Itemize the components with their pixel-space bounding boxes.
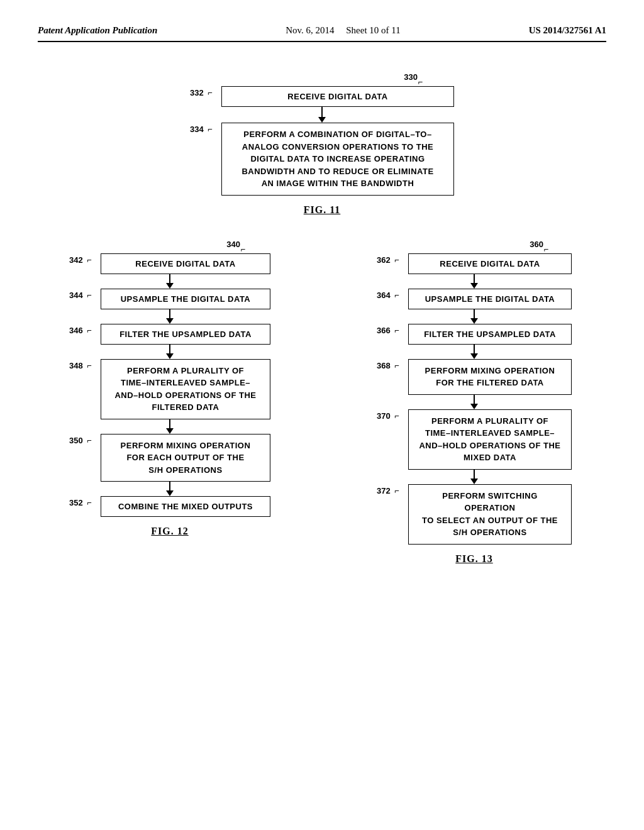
figs-12-13-row: 340 ⌐ 342 ⌐ RECEIVE DIGITAL DATA 344 ⌐ U…: [38, 253, 606, 565]
fig11-ref330: 330: [404, 72, 418, 82]
fig12-node350-wrapper: 350 ⌐ PERFORM MIXING OPERATION FOR EACH …: [69, 434, 270, 482]
fig13-node370-wrapper: 370 ⌐ PERFORM A PLURALITY OF TIME–INTERL…: [377, 409, 572, 470]
sheet-label: Sheet 10 of 11: [346, 25, 401, 35]
fig13-ref364: 364: [377, 290, 391, 300]
fig12-box344: UPSAMPLE THE DIGITAL DATA: [101, 289, 270, 309]
fig12-node352-wrapper: 352 ⌐ COMBINE THE MIXED OUTPUTS: [69, 496, 270, 517]
fig11-ref334: 334: [190, 124, 204, 134]
fig12-ref350: 350: [69, 436, 83, 445]
fig12-node348-wrapper: 348 ⌐ PERFORM A PLURALITY OF TIME–INTERL…: [69, 359, 270, 419]
fig11-bracket330: ⌐: [418, 77, 423, 87]
fig12-ref344: 344: [69, 290, 83, 300]
fig13-ref372: 372: [377, 486, 391, 495]
fig12-box348: PERFORM A PLURALITY OF TIME–INTERLEAVED …: [101, 359, 270, 419]
fig11-box334: PERFORM A COMBINATION OF DIGITAL–TO– ANA…: [221, 123, 454, 196]
fig11-ref334-mark: ⌐: [208, 124, 213, 134]
fig13-ref368: 368: [377, 361, 391, 370]
fig13-box372: PERFORM SWITCHING OPERATION TO SELECT AN…: [408, 484, 572, 545]
fig13-node364-wrapper: 364 ⌐ UPSAMPLE THE DIGITAL DATA: [377, 289, 572, 309]
fig13-node368-wrapper: 368 ⌐ PERFORM MIXING OPERATION FOR THE F…: [377, 359, 572, 395]
fig13-box364: UPSAMPLE THE DIGITAL DATA: [408, 289, 572, 309]
fig12-node346-wrapper: 346 ⌐ FILTER THE UPSAMPLED DATA: [69, 324, 270, 345]
fig13-box370: PERFORM A PLURALITY OF TIME–INTERLEAVED …: [408, 409, 572, 470]
fig13-title: FIG. 13: [455, 553, 492, 565]
fig12-box350: PERFORM MIXING OPERATION FOR EACH OUTPUT…: [101, 434, 270, 482]
fig12-ref342-mark: ⌐: [87, 255, 92, 265]
fig12-ref346: 346: [69, 326, 83, 335]
fig11-node332-wrapper: 332 ⌐ RECEIVE DIGITAL DATA: [190, 86, 454, 107]
fig13-section: 360 ⌐ 362 ⌐ RECEIVE DIGITAL DATA 364 ⌐ U…: [342, 253, 606, 565]
page: Patent Application Publication Nov. 6, 2…: [0, 0, 644, 830]
fig11-box332: RECEIVE DIGITAL DATA: [221, 86, 454, 107]
fig11-title: FIG. 11: [304, 204, 341, 216]
fig12-ref348: 348: [69, 361, 83, 370]
publication-label: Patent Application Publication: [38, 25, 157, 36]
main-content: 330 ⌐ 332 ⌐ RECEIVE DIGITAL DATA 334 ⌐: [38, 67, 606, 565]
fig13-bracket360: ⌐: [543, 245, 548, 254]
header-center: Nov. 6, 2014 Sheet 10 of 11: [286, 25, 401, 36]
fig12-bracket340: ⌐: [240, 245, 245, 254]
fig12-ref340: 340: [226, 240, 240, 249]
fig13-node362-wrapper: 362 ⌐ RECEIVE DIGITAL DATA: [377, 253, 572, 274]
patent-number: US 2014/327561 A1: [529, 25, 606, 36]
fig12-ref352: 352: [69, 498, 83, 507]
fig13-ref366: 366: [377, 326, 391, 335]
fig12-box346: FILTER THE UPSAMPLED DATA: [101, 324, 270, 345]
fig12-ref342: 342: [69, 255, 83, 265]
fig13-ref362: 362: [377, 255, 391, 265]
fig12-node344-wrapper: 344 ⌐ UPSAMPLE THE DIGITAL DATA: [69, 289, 270, 309]
fig11-ref332: 332: [190, 88, 204, 97]
fig13-ref360: 360: [530, 240, 543, 249]
fig11-node334-wrapper: 334 ⌐ PERFORM A COMBINATION OF DIGITAL–T…: [190, 123, 454, 196]
fig12-node342-wrapper: 342 ⌐ RECEIVE DIGITAL DATA: [69, 253, 270, 274]
page-header: Patent Application Publication Nov. 6, 2…: [38, 25, 606, 42]
fig12-section: 340 ⌐ 342 ⌐ RECEIVE DIGITAL DATA 344 ⌐ U…: [38, 253, 302, 538]
date-label: Nov. 6, 2014: [286, 25, 334, 35]
fig12-title: FIG. 12: [151, 526, 188, 537]
fig13-box366: FILTER THE UPSAMPLED DATA: [408, 324, 572, 345]
fig11-section: 330 ⌐ 332 ⌐ RECEIVE DIGITAL DATA 334 ⌐: [38, 86, 606, 216]
fig11-arrow1: [190, 107, 454, 123]
fig12-box342: RECEIVE DIGITAL DATA: [101, 253, 270, 274]
fig13-box362: RECEIVE DIGITAL DATA: [408, 253, 572, 274]
fig13-ref370: 370: [377, 411, 391, 421]
fig13-node366-wrapper: 366 ⌐ FILTER THE UPSAMPLED DATA: [377, 324, 572, 345]
fig13-box368: PERFORM MIXING OPERATION FOR THE FILTERE…: [408, 359, 572, 395]
fig11-ref332-mark: ⌐: [208, 88, 213, 97]
fig13-node372-wrapper: 372 ⌐ PERFORM SWITCHING OPERATION TO SEL…: [377, 484, 572, 545]
fig12-box352: COMBINE THE MIXED OUTPUTS: [101, 496, 270, 517]
